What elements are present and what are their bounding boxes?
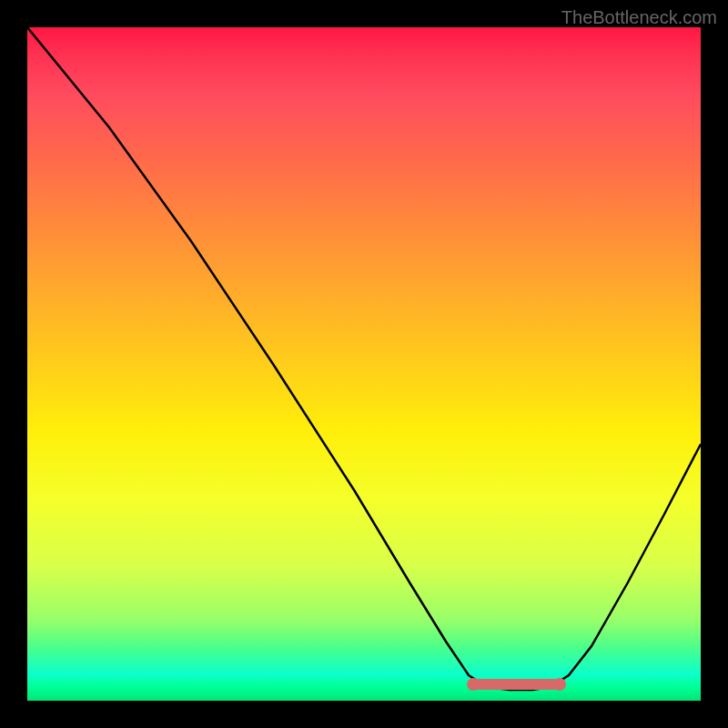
bottleneck-curve xyxy=(27,27,701,701)
range-start-dot xyxy=(467,678,480,691)
range-end-dot xyxy=(553,678,566,691)
optimal-range-marker xyxy=(473,679,560,690)
watermark-text: TheBottleneck.com xyxy=(561,7,717,28)
chart-area xyxy=(27,27,701,701)
